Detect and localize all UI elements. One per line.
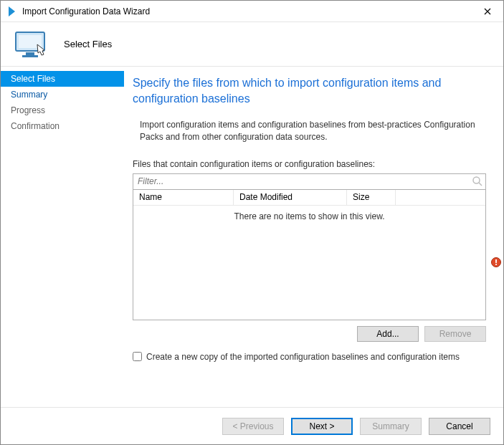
- svg-rect-7: [495, 259, 497, 263]
- filter-input[interactable]: [133, 173, 486, 190]
- summary-button: Summary: [360, 418, 422, 435]
- svg-rect-2: [26, 52, 34, 55]
- create-copy-checkbox-row[interactable]: Create a new copy of the imported config…: [133, 352, 486, 362]
- filter-wrap: [133, 173, 486, 190]
- svg-point-4: [473, 177, 480, 183]
- step-summary[interactable]: Summary: [1, 87, 124, 102]
- wizard-header: Select Files: [1, 22, 503, 67]
- titlebar: Import Configuration Data Wizard: [1, 1, 503, 22]
- window-title: Import Configuration Data Wizard: [22, 6, 471, 16]
- remove-button: Remove: [424, 326, 486, 342]
- column-date-modified[interactable]: Date Modified: [234, 190, 347, 205]
- column-spacer: [396, 190, 485, 205]
- previous-button: < Previous: [222, 418, 284, 435]
- create-copy-label: Create a new copy of the imported config…: [146, 352, 460, 362]
- header-subtitle: Select Files: [64, 39, 112, 49]
- column-name[interactable]: Name: [133, 190, 234, 205]
- grid-header: Name Date Modified Size: [133, 190, 485, 206]
- add-button[interactable]: Add...: [357, 326, 419, 342]
- svg-rect-8: [495, 264, 497, 265]
- page-description: Import configuration items and configura…: [140, 119, 486, 143]
- page-heading: Specify the files from which to import c…: [133, 75, 486, 106]
- search-icon[interactable]: [472, 176, 483, 187]
- list-label: Files that contain configuration items o…: [133, 159, 486, 169]
- files-grid: Name Date Modified Size There are no ite…: [133, 190, 486, 320]
- column-size[interactable]: Size: [347, 190, 396, 205]
- wizard-window: Import Configuration Data Wizard Select …: [0, 0, 504, 445]
- monitor-icon: [14, 30, 48, 59]
- svg-line-5: [479, 183, 482, 186]
- svg-rect-3: [22, 55, 38, 57]
- wizard-steps-sidebar: Select Files Summary Progress Confirmati…: [1, 67, 124, 407]
- grid-empty-message: There are no items to show in this view.: [133, 206, 485, 320]
- step-progress[interactable]: Progress: [1, 102, 124, 118]
- validation-error-icon[interactable]: [491, 257, 501, 267]
- wizard-footer: < Previous Next > Summary Cancel: [1, 407, 503, 444]
- next-button[interactable]: Next >: [291, 418, 353, 435]
- wizard-main-panel: Specify the files from which to import c…: [124, 67, 503, 407]
- step-select-files[interactable]: Select Files: [1, 71, 124, 87]
- wizard-arrow-icon: [6, 6, 18, 17]
- close-button[interactable]: [471, 1, 503, 21]
- cancel-button[interactable]: Cancel: [429, 418, 490, 435]
- create-copy-checkbox[interactable]: [133, 352, 142, 361]
- step-confirmation[interactable]: Confirmation: [1, 118, 124, 134]
